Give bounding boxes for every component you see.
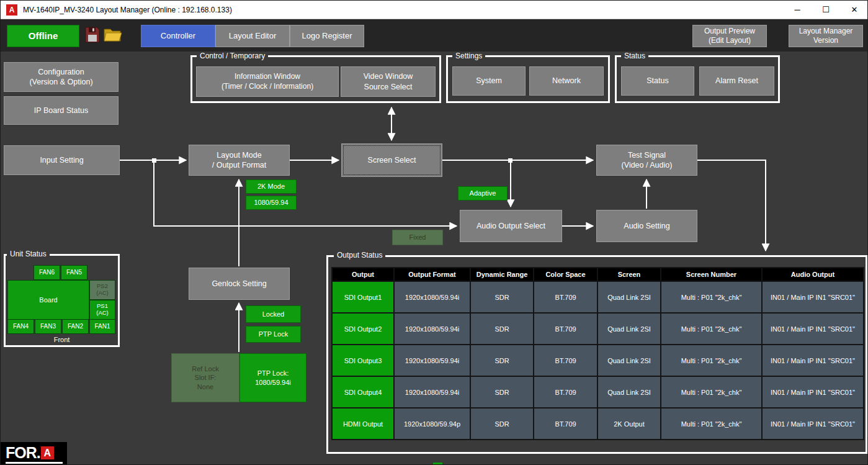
information-window-button[interactable]: Information Window (Timer / Clock / Info… (196, 66, 339, 97)
front-label: Front (4, 336, 120, 343)
test-signal-button[interactable]: Test Signal (Video / Audio) (596, 145, 697, 176)
titlebar: A MV-1640IP_MV-3240 Layout Manager (Onli… (1, 1, 868, 19)
badge-2k-mode: 2K Mode (246, 179, 297, 194)
output-status-table: Output Output Format Dynamic Range Color… (331, 267, 864, 440)
cell-output: HDMI Output (332, 408, 394, 440)
col-audio-output: Audio Output (762, 268, 864, 281)
save-button[interactable] (83, 26, 102, 46)
group-output-status-title: Output Status (334, 251, 385, 260)
cell-output-format: 1920x1080/59.94i (394, 281, 470, 313)
badge-output-format: 1080/59.94 (246, 196, 297, 210)
group-status-title: Status (621, 52, 648, 60)
genlock-setting-button[interactable]: Genlock Setting (189, 268, 290, 300)
ps2-status: PS2 (AC) (89, 280, 115, 300)
cell-output: SDI Output3 (332, 345, 394, 376)
ref-lock-status-box: Ref Lock Slot IF: None (171, 353, 239, 402)
table-row: SDI Output1 1920x1080/59.94i SDR BT.709 … (332, 281, 864, 313)
fan2-status: FAN2 (62, 319, 89, 334)
cell-screen-number: Multi : P01 "2k_chk" (661, 345, 762, 376)
offline-button[interactable]: Offline (7, 25, 79, 47)
cell-screen-number: Multi : P01 "2k_chk" (661, 313, 762, 345)
cell-screen: Quad Link 2SI (597, 313, 661, 345)
configuration-button[interactable]: Configuration (Version & Option) (4, 62, 119, 92)
layout-manager-version-button[interactable]: Layout Manager Version (789, 25, 863, 47)
col-output: Output (332, 268, 394, 281)
col-screen: Screen (597, 268, 661, 281)
open-layout-button[interactable] (102, 26, 124, 46)
maximize-button[interactable]: ☐ (812, 1, 840, 19)
window-controls: ─ ☐ ✕ (783, 1, 868, 19)
fora-logo-mark: A (41, 446, 54, 459)
window-title: MV-1640IP_MV-3240 Layout Manager (Online… (23, 6, 232, 14)
cell-audio-output: IN01 / Main IP IN1 "SRC01" (762, 408, 864, 440)
cell-output: SDI Output4 (332, 376, 394, 408)
toolbar: Offline Controller Layout Editor Lo (1, 19, 868, 52)
board-status: Board (7, 280, 89, 320)
system-button[interactable]: System (452, 66, 526, 96)
status-button[interactable]: Status (621, 66, 694, 96)
table-header-row: Output Output Format Dynamic Range Color… (332, 268, 864, 281)
tab-logo-register[interactable]: Logo Register (290, 25, 364, 47)
app-window: A MV-1640IP_MV-3240 Layout Manager (Onli… (0, 0, 868, 465)
cell-screen: 2K Output (597, 408, 661, 440)
cell-dynamic-range: SDR (470, 345, 534, 376)
screen-select-button[interactable]: Screen Select (341, 143, 442, 177)
cell-screen: Quad Link 2SI (597, 376, 661, 408)
cell-color-space: BT.709 (534, 376, 597, 408)
cell-color-space: BT.709 (534, 345, 597, 376)
video-window-source-select-button[interactable]: Video Window Source Select (341, 66, 436, 97)
table-row: HDMI Output 1920x1080/59.94p SDR BT.709 … (332, 408, 864, 440)
cell-dynamic-range: SDR (470, 408, 534, 440)
bottom-green-fragment (433, 463, 442, 465)
cell-dynamic-range: SDR (470, 376, 534, 408)
ptp-lock-status-box: PTP Lock: 1080/59.94i (239, 353, 306, 402)
fan1-status: FAN1 (89, 319, 115, 334)
audio-output-select-button[interactable]: Audio Output Select (460, 210, 562, 242)
floppy-disk-icon (85, 27, 100, 45)
ip-board-status-button[interactable]: IP Board Status (4, 96, 119, 125)
group-unit-status-title: Unit Status (7, 250, 50, 258)
cell-output-format: 1920x1080/59.94i (394, 345, 470, 376)
output-preview-button[interactable]: Output Preview (Edit Layout) (692, 25, 767, 47)
table-row: SDI Output3 1920x1080/59.94i SDR BT.709 … (332, 345, 864, 376)
col-color-space: Color Space (534, 268, 597, 281)
ps1-status: PS1 (AC) (89, 300, 115, 320)
cell-screen-number: Multi : P01 "2k_chk" (661, 408, 762, 440)
tab-controller[interactable]: Controller (141, 25, 215, 47)
badge-ptp-lock: PTP Lock (246, 326, 301, 343)
layout-mode-output-format-button[interactable]: Layout Mode / Output Format (189, 145, 290, 176)
cell-audio-output: IN01 / Main IP IN1 "SRC01" (762, 345, 864, 376)
col-dynamic-range: Dynamic Range (470, 268, 534, 281)
cell-output: SDI Output2 (332, 313, 394, 345)
fora-logo-underline (6, 462, 63, 464)
cell-audio-output: IN01 / Main IP IN1 "SRC01" (762, 281, 864, 313)
badge-fixed: Fixed (392, 230, 443, 245)
cell-audio-output: IN01 / Main IP IN1 "SRC01" (762, 313, 864, 345)
close-button[interactable]: ✕ (840, 1, 868, 19)
input-setting-button[interactable]: Input Setting (4, 145, 120, 175)
cell-color-space: BT.709 (534, 313, 597, 345)
cell-audio-output: IN01 / Main IP IN1 "SRC01" (762, 376, 864, 408)
group-settings-title: Settings (452, 52, 485, 60)
cell-dynamic-range: SDR (470, 281, 534, 313)
badge-locked: Locked (246, 305, 301, 323)
cell-output-format: 1920x1080/59.94i (394, 313, 470, 345)
open-folder-icon (104, 27, 122, 45)
cell-color-space: BT.709 (534, 281, 597, 313)
cell-screen: Quad Link 2SI (597, 345, 661, 376)
cell-screen: Quad Link 2SI (597, 281, 661, 313)
fan6-status: FAN6 (34, 265, 60, 280)
badge-adaptive: Adaptive (458, 186, 508, 201)
fora-logo-row: FOR. A (6, 444, 54, 462)
tab-layout-editor[interactable]: Layout Editor (215, 25, 290, 47)
cell-output-format: 1920x1080/59.94p (394, 408, 470, 440)
audio-setting-button[interactable]: Audio Setting (596, 210, 697, 242)
cell-screen-number: Multi : P01 "2k_chk" (661, 281, 762, 313)
table-row: SDI Output2 1920x1080/59.94i SDR BT.709 … (332, 313, 864, 345)
cell-screen-number: Multi : P01 "2k_chk" (661, 376, 762, 408)
alarm-reset-button[interactable]: Alarm Reset (699, 66, 774, 96)
network-button[interactable]: Network (529, 66, 604, 96)
fan5-status: FAN5 (61, 265, 87, 280)
minimize-button[interactable]: ─ (783, 1, 812, 19)
fora-logo-text: FOR. (6, 444, 40, 462)
